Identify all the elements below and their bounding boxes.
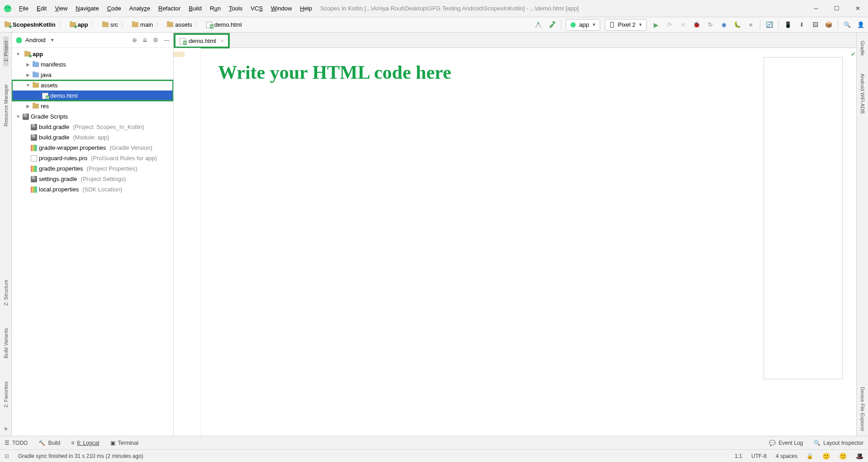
run-config-dropdown[interactable]: app▼ xyxy=(566,19,600,31)
close-tab-icon[interactable]: × xyxy=(221,38,224,44)
project-panel: Android ▼ ⊕ ⇊ ⚙ — ▼app ▶manifests ▶java … xyxy=(12,33,174,436)
menu-file[interactable]: File xyxy=(15,3,32,14)
crumb-assets[interactable]: assets〉 xyxy=(165,20,204,30)
menu-run[interactable]: Run xyxy=(206,3,224,14)
menu-tools[interactable]: Tools xyxy=(225,3,246,14)
tree-res[interactable]: ▶res xyxy=(12,101,173,111)
folder-icon xyxy=(167,22,173,27)
tree-app[interactable]: ▼app xyxy=(12,49,173,59)
tree-build-gradle-project[interactable]: build.gradle(Project: Scopes_In_Kotlin) xyxy=(12,122,173,132)
profiler-icon[interactable]: ↻ xyxy=(706,20,715,29)
gradle-icon xyxy=(31,134,37,141)
crumb-main[interactable]: main〉 xyxy=(130,20,164,30)
resource-manager-icon[interactable]: 🖼 xyxy=(811,20,820,29)
html-file-icon xyxy=(206,22,213,28)
crumb-project[interactable]: ScopesInKotlin〉 xyxy=(3,20,67,30)
debug-icon[interactable]: 🐞 xyxy=(692,20,701,29)
lock-icon[interactable]: 🔒 xyxy=(806,453,813,459)
tree-manifests[interactable]: ▶manifests xyxy=(12,59,173,70)
caret-position[interactable]: 1:1 xyxy=(735,453,742,459)
antenna-icon[interactable] xyxy=(534,20,543,29)
tool-favorites[interactable]: 2: Favorites xyxy=(3,377,9,412)
avd-manager-icon[interactable]: 📱 xyxy=(783,20,792,29)
tool-event-log[interactable]: 💬 Event Log xyxy=(769,440,803,446)
sync-gradle-icon[interactable]: 🔄 xyxy=(765,20,774,29)
crumb-app[interactable]: app〉 xyxy=(68,20,100,30)
settings-icon[interactable]: ⚙ xyxy=(153,37,158,43)
hide-icon[interactable]: — xyxy=(164,37,170,43)
maximize-button[interactable]: ☐ xyxy=(833,5,841,13)
tree-gradle-properties[interactable]: gradle.properties(Project Properties) xyxy=(12,163,173,174)
inspector-icon[interactable]: 🎩 xyxy=(856,452,863,460)
indent-setting[interactable]: 4 spaces xyxy=(776,453,797,459)
editor-tab-demo[interactable]: demo.html × xyxy=(175,34,229,48)
tree-java[interactable]: ▶java xyxy=(12,70,173,80)
left-tool-stripe: 1: Project Resource Manager Z: Structure… xyxy=(0,33,12,436)
tool-build[interactable]: 🔨 Build xyxy=(38,440,60,446)
tool-android-wifi-adb[interactable]: Android WiFi ADB xyxy=(860,69,865,118)
editor-content[interactable]: Write your HTML code here xyxy=(201,48,850,436)
menu-edit[interactable]: Edit xyxy=(33,3,50,14)
tool-resource-manager[interactable]: Resource Manager xyxy=(3,80,9,131)
menu-view[interactable]: View xyxy=(51,3,71,14)
tree-gradle-scripts[interactable]: ▼Gradle Scripts xyxy=(12,111,173,122)
layout-inspector-icon[interactable]: 📦 xyxy=(824,20,833,29)
crumb-src[interactable]: src〉 xyxy=(100,20,129,30)
tool-layout-inspector[interactable]: 🔍 Layout Inspector xyxy=(814,440,863,446)
run-button[interactable]: ▶ xyxy=(651,20,660,29)
menu-vcs[interactable]: VCS xyxy=(247,3,266,14)
tool-terminal[interactable]: ▣ Terminal xyxy=(110,440,138,446)
editor-body[interactable]: Write your HTML code here ✔ xyxy=(174,48,856,436)
menu-build[interactable]: Build xyxy=(185,3,205,14)
search-icon[interactable]: 🔍 xyxy=(843,20,852,29)
file-encoding[interactable]: UTF-8 xyxy=(751,453,767,459)
tree-demo-html[interactable]: demo.html xyxy=(12,90,173,101)
smiley-icon[interactable]: 🙂 xyxy=(822,452,830,460)
menu-navigate[interactable]: Navigate xyxy=(72,3,102,14)
close-window-button[interactable]: ✕ xyxy=(854,5,862,13)
menu-window[interactable]: Window xyxy=(267,3,295,14)
status-box-icon[interactable]: ⊟ xyxy=(5,453,9,459)
stop-icon[interactable]: ■ xyxy=(746,20,755,29)
tree-local-properties[interactable]: local.properties(SDK Location) xyxy=(12,184,173,195)
menu-help[interactable]: Help xyxy=(296,3,316,14)
tool-project[interactable]: 1: Project xyxy=(3,36,9,66)
tree-assets[interactable]: ▼assets xyxy=(12,80,173,90)
coverage-icon[interactable]: ◉ xyxy=(719,20,728,29)
tool-structure[interactable]: Z: Structure xyxy=(3,275,9,310)
tool-gradle[interactable]: Gradle xyxy=(860,36,865,60)
folder-icon xyxy=(102,22,109,27)
user-icon[interactable]: 👤 xyxy=(856,20,865,29)
menu-code[interactable]: Code xyxy=(104,3,125,14)
tool-todo[interactable]: ☰ TODO xyxy=(5,440,28,446)
apply-changes-icon[interactable]: ⟳ xyxy=(665,20,674,29)
tool-build-variants[interactable]: Build Variants xyxy=(3,324,9,363)
rendered-heading: Write your HTML code here xyxy=(218,62,833,83)
hammer-icon[interactable] xyxy=(547,20,556,29)
html-file-icon xyxy=(42,93,48,99)
editor: demo.html × Write your HTML code here ✔ xyxy=(174,33,856,436)
tree-wrapper-properties[interactable]: gradle-wrapper.properties(Gradle Version… xyxy=(12,143,173,153)
tool-logcat[interactable]: ≡ 6: Logcat xyxy=(71,440,99,446)
project-view-selector[interactable]: Android ▼ xyxy=(15,37,55,44)
tree-proguard[interactable]: proguard-rules.pro(ProGuard Rules for ap… xyxy=(12,153,173,163)
menu-refactor[interactable]: Refactor xyxy=(155,3,184,14)
project-tree[interactable]: ▼app ▶manifests ▶java ▼assets demo.html … xyxy=(12,48,173,436)
properties-icon xyxy=(31,166,37,172)
locate-icon[interactable]: ⊕ xyxy=(132,37,137,43)
apply-code-changes-icon[interactable]: ≡ xyxy=(678,20,688,29)
menu-analyze[interactable]: Analyze xyxy=(126,3,154,14)
attach-debugger-icon[interactable]: 🐛 xyxy=(733,20,742,29)
frown-icon[interactable]: 🙁 xyxy=(839,452,847,460)
sdk-manager-icon[interactable]: ⬇ xyxy=(797,20,806,29)
crumb-file[interactable]: demo.html xyxy=(204,20,244,29)
tree-settings-gradle[interactable]: settings.gradle(Project Settings) xyxy=(12,174,173,184)
tree-build-gradle-module[interactable]: build.gradle(Module: app) xyxy=(12,132,173,143)
tool-device-file-explorer[interactable]: Device File Explorer xyxy=(860,382,865,436)
module-folder-icon xyxy=(24,52,31,57)
minimize-button[interactable]: ─ xyxy=(812,5,820,13)
device-dropdown[interactable]: Pixel 2▼ xyxy=(605,19,647,31)
separator xyxy=(778,20,779,30)
module-folder-icon xyxy=(70,22,76,27)
collapse-icon[interactable]: ⇊ xyxy=(142,37,147,43)
